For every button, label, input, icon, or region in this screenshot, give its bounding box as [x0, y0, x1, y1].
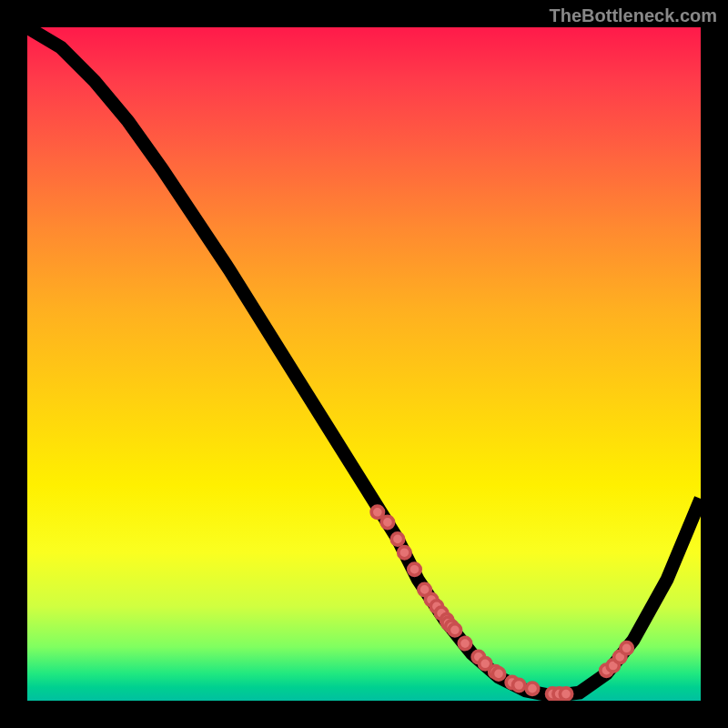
- scatter-dot: [513, 679, 525, 691]
- scatter-group: [371, 506, 632, 700]
- scatter-dot: [449, 624, 460, 636]
- plot-area: [27, 27, 701, 701]
- watermark-text: TheBottleneck.com: [550, 5, 717, 26]
- scatter-dot: [560, 688, 571, 700]
- plot-svg: [27, 27, 701, 701]
- scatter-dot: [371, 506, 383, 518]
- bottleneck-curve: [27, 27, 701, 696]
- chart-container: TheBottleneck.com: [0, 0, 728, 728]
- scatter-dot: [621, 642, 632, 654]
- scatter-dot: [381, 516, 393, 528]
- scatter-dot: [391, 533, 403, 545]
- scatter-dot: [492, 668, 504, 680]
- scatter-dot: [526, 682, 538, 694]
- scatter-dot: [399, 547, 410, 559]
- scatter-dot: [459, 637, 470, 649]
- scatter-dot: [409, 563, 420, 575]
